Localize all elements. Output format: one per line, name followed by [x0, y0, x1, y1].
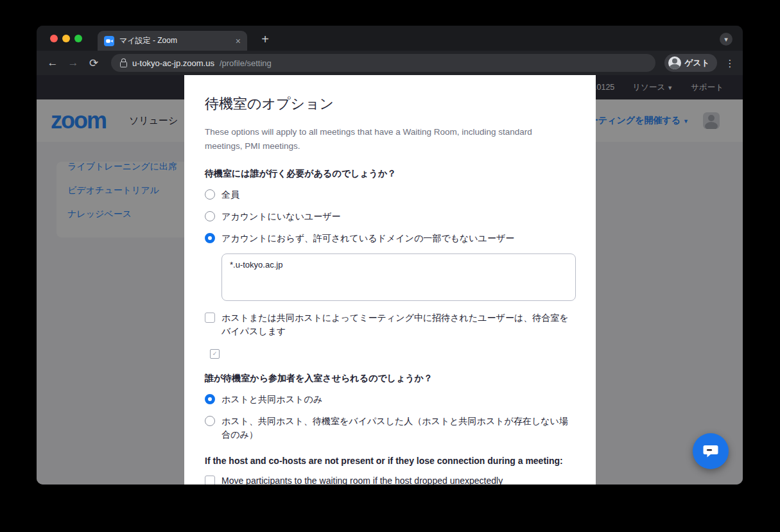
radio-option-host-cohost-bypassers[interactable]: ホスト、共同ホスト、待機室をバイパスした人（ホストと共同ホストが存在しない場合の…: [205, 415, 575, 442]
radio-option-not-in-allowed-domains[interactable]: アカウントにおらず、許可されているドメインの一部でもないユーザー: [205, 232, 575, 245]
back-icon[interactable]: ←: [44, 55, 61, 71]
checkbox-label: Move participants to the waiting room if…: [221, 474, 503, 485]
radio-option-host-cohost-only[interactable]: ホストと共同ホストのみ: [205, 393, 575, 406]
radio-icon: [205, 394, 215, 404]
window-controls: [50, 35, 82, 42]
dialog-title: 待機室のオプション: [205, 94, 575, 114]
browser-tab[interactable]: マイ設定 - Zoom ×: [98, 31, 247, 51]
tab-strip: マイ設定 - Zoom × + ▾: [37, 26, 743, 51]
tab-title: マイ設定 - Zoom: [119, 35, 230, 46]
radio-option-everyone[interactable]: 全員: [205, 188, 575, 202]
radio-icon: [205, 211, 215, 221]
zoom-favicon-icon: [104, 36, 114, 46]
checkbox-label: ホストまたは共同ホストによってミーティング中に招待されたユーザーは、待合室をバイ…: [221, 311, 575, 338]
radio-label: アカウントにいないユーザー: [221, 210, 341, 223]
guest-avatar-icon: [668, 56, 681, 69]
browser-menu-icon[interactable]: ⋮: [725, 62, 735, 65]
question-who-goes: 待機室には誰が行く必要があるのでしょうか？: [205, 168, 575, 180]
radio-icon: [205, 233, 215, 243]
browser-window: マイ設定 - Zoom × + ▾ ← → ⟳ u-tokyo-ac-jp.zo…: [37, 26, 743, 485]
move-to-waiting-room-checkbox[interactable]: Move participants to the waiting room if…: [205, 474, 575, 485]
waiting-room-options-dialog: 待機室のオプション These options will apply to al…: [184, 75, 596, 485]
page-viewport: 88.799.0125 リソース▼ サポート zoom ソリューシ ミーティング…: [37, 75, 743, 485]
checkbox-icon: [205, 476, 215, 485]
bypass-waiting-room-checkbox[interactable]: ホストまたは共同ホストによってミーティング中に招待されたユーザーは、待合室をバイ…: [205, 311, 575, 338]
radio-option-users-not-in-account[interactable]: アカウントにいないユーザー: [205, 210, 575, 223]
browser-toolbar: ← → ⟳ u-tokyo-ac-jp.zoom.us/profile/sett…: [37, 51, 743, 75]
allowed-domains-input[interactable]: *.u-tokyo.ac.jp: [221, 253, 576, 301]
address-bar[interactable]: u-tokyo-ac-jp.zoom.us/profile/setting: [111, 54, 655, 72]
reload-icon[interactable]: ⟳: [85, 55, 102, 71]
close-window-button[interactable]: [50, 35, 58, 42]
chat-widget-button[interactable]: [693, 433, 729, 469]
guest-label: ゲスト: [685, 58, 709, 69]
question-host-absent: If the host and co-hosts are not present…: [205, 456, 575, 466]
checkbox-icon: [205, 313, 215, 323]
lock-icon: [120, 62, 127, 67]
url-path: /profile/setting: [220, 58, 272, 68]
maximize-window-button[interactable]: [74, 35, 82, 42]
new-tab-button[interactable]: +: [257, 32, 273, 47]
radio-icon: [205, 416, 215, 426]
guest-profile-button[interactable]: ゲスト: [664, 54, 717, 72]
dialog-description: These options will apply to all meetings…: [205, 125, 555, 154]
radio-label: ホストと共同ホストのみ: [221, 393, 322, 406]
question-who-admits: 誰が待機室から参加者を入室させられるのでしょうか？: [205, 373, 575, 384]
radio-label: ホスト、共同ホスト、待機室をバイパスした人（ホストと共同ホストが存在しない場合の…: [221, 415, 575, 442]
chat-bubble-icon: [702, 443, 719, 459]
url-host: u-tokyo-ac-jp.zoom.us: [132, 58, 214, 68]
radio-label: アカウントにおらず、許可されているドメインの一部でもないユーザー: [221, 232, 514, 245]
sub-checkbox-icon[interactable]: [210, 349, 220, 359]
tab-close-icon[interactable]: ×: [236, 37, 241, 46]
radio-icon: [205, 189, 215, 200]
radio-label: 全員: [221, 188, 239, 202]
minimize-window-button[interactable]: [62, 35, 70, 42]
forward-icon[interactable]: →: [65, 55, 82, 71]
browser-profile-icon[interactable]: ▾: [720, 33, 732, 46]
